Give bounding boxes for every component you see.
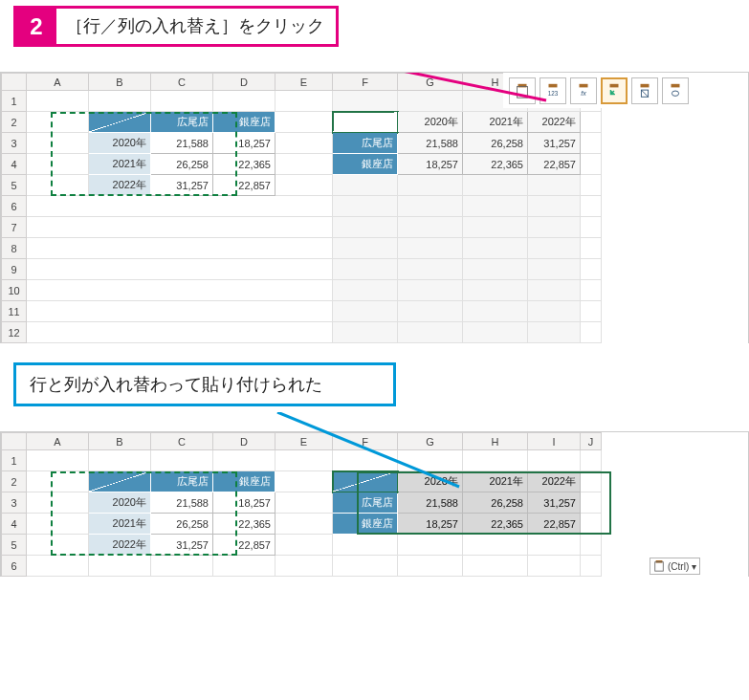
cell[interactable]	[27, 133, 89, 154]
cell-data[interactable]: 21,588	[151, 133, 213, 154]
cell[interactable]	[333, 259, 398, 280]
cell[interactable]	[528, 280, 581, 301]
cell-data[interactable]: 31,257	[151, 535, 213, 556]
cell-header[interactable]: 2020年	[398, 112, 463, 133]
cell-header[interactable]: 2020年	[398, 471, 463, 492]
cell[interactable]	[398, 450, 463, 471]
cell[interactable]	[275, 175, 333, 196]
cell[interactable]	[463, 450, 528, 471]
cell[interactable]	[275, 535, 333, 556]
cell[interactable]	[151, 450, 213, 471]
cell[interactable]	[581, 492, 602, 514]
cell[interactable]	[581, 133, 602, 154]
cell-header[interactable]: 2021年	[463, 112, 528, 133]
cell[interactable]	[398, 301, 463, 322]
cell[interactable]	[463, 535, 528, 556]
cell-data[interactable]: 31,257	[528, 133, 581, 154]
cell-dest-corner[interactable]	[333, 112, 398, 133]
cell[interactable]	[27, 259, 333, 280]
cell-header[interactable]: 広尾店	[151, 112, 213, 133]
cell[interactable]	[333, 322, 398, 343]
cell-header[interactable]: 2021年	[463, 471, 528, 492]
row-header[interactable]: 9	[2, 259, 27, 280]
cell-data[interactable]: 31,257	[528, 492, 581, 514]
cell-data[interactable]: 26,258	[151, 154, 213, 175]
cell[interactable]	[213, 556, 275, 577]
cell[interactable]	[581, 238, 602, 259]
cell[interactable]	[398, 535, 463, 556]
row-header[interactable]: 1	[2, 91, 27, 112]
cell[interactable]	[398, 556, 463, 577]
col-header[interactable]: J	[581, 433, 602, 450]
cell[interactable]	[581, 175, 602, 196]
cell[interactable]	[275, 492, 333, 514]
select-all-corner[interactable]	[2, 433, 27, 450]
cell[interactable]	[27, 535, 89, 556]
cell[interactable]	[463, 301, 528, 322]
paste-icon-all[interactable]	[509, 77, 536, 104]
paste-ctrl-smarttag[interactable]: (Ctrl) ▾	[650, 558, 700, 575]
cell[interactable]	[398, 280, 463, 301]
cell[interactable]	[528, 535, 581, 556]
row-header[interactable]: 12	[2, 322, 27, 343]
cell[interactable]	[581, 259, 602, 280]
row-header[interactable]: 7	[2, 217, 27, 238]
cell[interactable]	[333, 301, 398, 322]
cell[interactable]	[581, 322, 602, 343]
row-header[interactable]: 11	[2, 301, 27, 322]
paste-icon-formatting[interactable]	[631, 77, 658, 104]
cell-header[interactable]: 2022年	[528, 471, 581, 492]
col-header[interactable]: C	[151, 74, 213, 91]
cell[interactable]	[581, 556, 602, 577]
cell[interactable]	[333, 280, 398, 301]
row-header[interactable]: 5	[2, 175, 27, 196]
cell[interactable]	[581, 471, 602, 492]
row-header[interactable]: 6	[2, 196, 27, 217]
row-header[interactable]: 4	[2, 154, 27, 175]
cell[interactable]	[275, 450, 333, 471]
row-header[interactable]: 1	[2, 450, 27, 471]
cell[interactable]	[528, 238, 581, 259]
cell-data[interactable]: 22,365	[463, 154, 528, 175]
cell[interactable]	[581, 514, 602, 535]
col-header[interactable]: D	[213, 433, 275, 450]
cell-header[interactable]: 2022年	[528, 112, 581, 133]
cell[interactable]	[333, 196, 398, 217]
cell-header[interactable]: 銀座店	[213, 471, 275, 492]
row-header[interactable]: 5	[2, 535, 27, 556]
cell[interactable]	[333, 91, 398, 112]
col-header[interactable]: C	[151, 433, 213, 450]
cell[interactable]	[463, 196, 528, 217]
cell[interactable]	[463, 217, 528, 238]
cell-data[interactable]: 22,857	[528, 514, 581, 535]
col-header[interactable]: B	[89, 433, 151, 450]
cell[interactable]	[463, 259, 528, 280]
cell[interactable]	[213, 91, 275, 112]
cell[interactable]	[275, 112, 333, 133]
cell[interactable]	[333, 535, 398, 556]
cell-data[interactable]: 22,365	[213, 154, 275, 175]
cell[interactable]	[528, 301, 581, 322]
cell[interactable]	[581, 535, 602, 556]
cell[interactable]	[27, 280, 333, 301]
cell[interactable]	[275, 133, 333, 154]
cell[interactable]	[275, 556, 333, 577]
cell-data[interactable]: 21,588	[398, 492, 463, 514]
row-header[interactable]: 8	[2, 238, 27, 259]
col-header[interactable]: G	[398, 74, 463, 91]
cell[interactable]	[581, 280, 602, 301]
cell[interactable]	[333, 450, 398, 471]
cell[interactable]	[27, 471, 89, 492]
cell[interactable]	[151, 556, 213, 577]
cell-data[interactable]: 18,257	[213, 133, 275, 154]
cell[interactable]	[528, 556, 581, 577]
cell[interactable]	[89, 556, 151, 577]
col-header[interactable]: E	[275, 433, 333, 450]
cell[interactable]	[27, 492, 89, 514]
cell-data[interactable]: 22,857	[528, 154, 581, 175]
cell[interactable]	[463, 238, 528, 259]
cell[interactable]	[275, 91, 333, 112]
cell[interactable]	[27, 217, 333, 238]
cell[interactable]	[89, 450, 151, 471]
cell[interactable]	[398, 322, 463, 343]
